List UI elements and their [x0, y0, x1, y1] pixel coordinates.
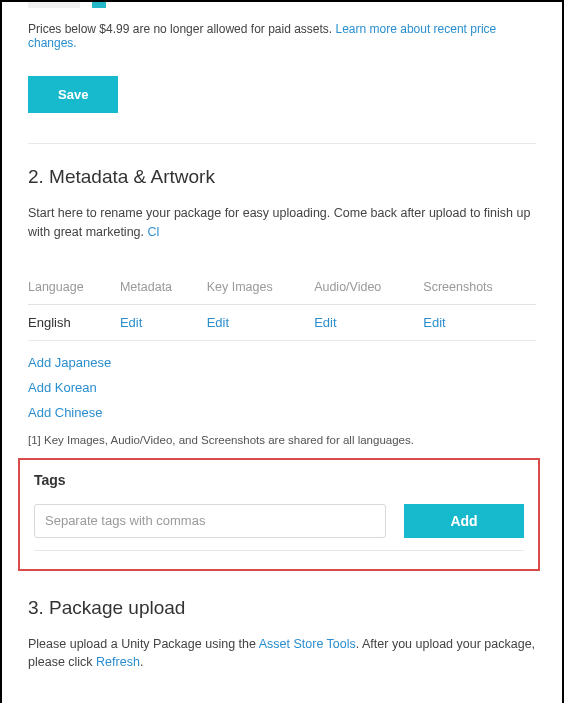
edit-screenshots-link[interactable]: Edit [423, 315, 445, 330]
tags-input[interactable] [34, 504, 386, 538]
upload-line1-a: Please upload a Unity Package using the [28, 637, 259, 651]
table-row: English Edit Edit Edit Edit [28, 304, 536, 340]
top-stub [28, 2, 536, 10]
add-japanese-link[interactable]: Add Japanese [28, 355, 536, 370]
metadata-table: Language Metadata Key Images Audio/Video… [28, 270, 536, 341]
col-screenshots: Screenshots [423, 270, 536, 305]
pricing-notice-text: Prices below $4.99 are no longer allowed… [28, 22, 336, 36]
cell-language: English [28, 304, 120, 340]
col-keyimages: Key Images [207, 270, 314, 305]
divider-1 [28, 143, 536, 144]
tags-title: Tags [34, 472, 524, 488]
add-korean-link[interactable]: Add Korean [28, 380, 536, 395]
edit-metadata-link[interactable]: Edit [120, 315, 142, 330]
metadata-desc-text: Start here to rename your package for ea… [28, 206, 530, 239]
upload-line1-c: . [140, 655, 143, 669]
col-metadata: Metadata [120, 270, 207, 305]
table-header-row: Language Metadata Key Images Audio/Video… [28, 270, 536, 305]
tags-divider [34, 550, 524, 551]
section-metadata-desc: Start here to rename your package for ea… [28, 204, 536, 242]
refresh-link[interactable]: Refresh [96, 655, 140, 669]
edit-audiovideo-link[interactable]: Edit [314, 315, 336, 330]
asset-store-tools-link[interactable]: Asset Store Tools [259, 637, 356, 651]
col-language: Language [28, 270, 120, 305]
languages-footnote: [1] Key Images, Audio/Video, and Screens… [28, 434, 536, 446]
section-metadata-title: 2. Metadata & Artwork [28, 166, 536, 188]
edit-keyimages-link[interactable]: Edit [207, 315, 229, 330]
add-chinese-link[interactable]: Add Chinese [28, 405, 536, 420]
save-button[interactable]: Save [28, 76, 118, 113]
tags-section: Tags Add [18, 458, 540, 571]
col-audiovideo: Audio/Video [314, 270, 423, 305]
section-upload-title: 3. Package upload [28, 597, 536, 619]
metadata-desc-link[interactable]: Cl [148, 225, 160, 239]
upload-desc-1: Please upload a Unity Package using the … [28, 635, 536, 673]
pricing-notice: Prices below $4.99 are no longer allowed… [28, 22, 536, 50]
add-tag-button[interactable]: Add [404, 504, 524, 538]
